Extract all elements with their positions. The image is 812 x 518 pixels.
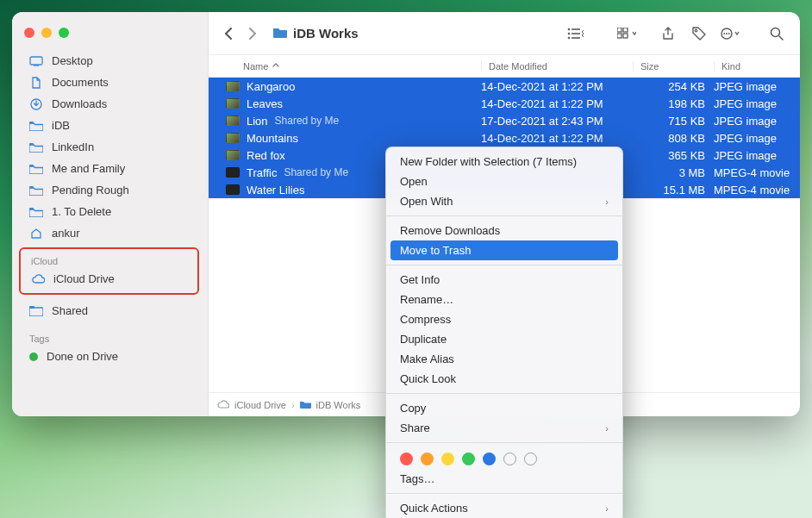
- column-date-modified[interactable]: Date Modified: [481, 61, 633, 72]
- ctx-share[interactable]: Share ›: [386, 418, 622, 438]
- column-size[interactable]: Size: [633, 61, 714, 72]
- ctx-tags[interactable]: Tags…: [386, 469, 622, 489]
- ctx-tag-swatch[interactable]: [441, 452, 454, 465]
- file-row[interactable]: Kangaroo 14-Dec-2021 at 1:22 PM 254 KB J…: [209, 78, 800, 95]
- home-icon: [29, 228, 43, 240]
- share-button[interactable]: [655, 27, 681, 41]
- folder-icon: [29, 206, 43, 218]
- svg-rect-15: [572, 37, 580, 39]
- ctx-new-folder-selection[interactable]: New Folder with Selection (7 Items): [386, 152, 622, 172]
- tags-button[interactable]: [686, 27, 712, 41]
- ctx-rename[interactable]: Rename…: [386, 290, 622, 309]
- svg-point-25: [771, 28, 780, 36]
- ctx-quick-actions[interactable]: Quick Actions ›: [386, 498, 622, 518]
- folder-icon: [300, 400, 311, 410]
- svg-point-12: [568, 32, 571, 34]
- file-row[interactable]: Mountains 14-Dec-2021 at 1:22 PM 808 KB …: [209, 129, 800, 147]
- ctx-move-to-trash[interactable]: Move to Trash: [390, 240, 618, 260]
- ctx-tag-swatch[interactable]: [400, 452, 413, 465]
- view-list-button[interactable]: [564, 28, 590, 40]
- cloud-icon: [217, 400, 229, 410]
- svg-rect-9: [29, 306, 34, 309]
- sidebar-item-idb[interactable]: iDB: [12, 115, 208, 136]
- ctx-tag-swatch[interactable]: [503, 452, 516, 465]
- sidebar-item-label: Done on Drive: [47, 350, 118, 363]
- file-kind: JPEG image: [714, 132, 800, 145]
- sidebar-item-me-and-family[interactable]: Me and Family: [12, 158, 208, 179]
- separator: [386, 442, 622, 443]
- path-root[interactable]: iCloud Drive: [234, 400, 286, 410]
- sidebar-item-label: Shared: [52, 304, 88, 317]
- toolbar: iDB Works: [209, 12, 800, 55]
- file-row[interactable]: Leaves 14-Dec-2021 at 1:22 PM 198 KB JPE…: [209, 95, 800, 112]
- sidebar-item-shared[interactable]: Shared: [12, 300, 208, 321]
- window-controls: [12, 19, 208, 50]
- sidebar-item-pending-rough[interactable]: Pending Rough: [12, 179, 208, 201]
- file-date: 14-Dec-2021 at 1:22 PM: [481, 132, 633, 145]
- sidebar-item-downloads[interactable]: Downloads: [12, 93, 208, 115]
- window-title: iDB Works: [272, 26, 359, 41]
- sort-ascending-icon: [272, 61, 280, 72]
- ctx-make-alias[interactable]: Make Alias: [386, 349, 622, 369]
- sidebar-item-1-to-delete[interactable]: 1. To Delete: [12, 201, 208, 222]
- sidebar-item-ankur[interactable]: ankur: [12, 222, 208, 244]
- ctx-tag-swatch[interactable]: [524, 452, 537, 465]
- sidebar-section-tags: Tags: [12, 328, 208, 346]
- sidebar-tag-done-on-drive[interactable]: Done on Drive: [12, 346, 208, 367]
- ctx-duplicate[interactable]: Duplicate: [386, 329, 622, 349]
- ctx-quick-look[interactable]: Quick Look: [386, 369, 622, 389]
- svg-point-14: [568, 36, 571, 39]
- svg-rect-18: [617, 34, 621, 38]
- sidebar-item-label: iCloud Drive: [53, 272, 115, 285]
- ctx-tag-swatch[interactable]: [462, 452, 475, 465]
- svg-rect-8: [29, 308, 43, 316]
- file-date: 14-Dec-2021 at 1:22 PM: [481, 80, 633, 93]
- minimize-button[interactable]: [41, 28, 52, 38]
- group-button[interactable]: [614, 28, 640, 40]
- svg-rect-1: [34, 65, 39, 66]
- shared-badge: Shared by Me: [284, 166, 348, 178]
- svg-point-10: [568, 28, 571, 30]
- ctx-remove-downloads[interactable]: Remove Downloads: [386, 221, 622, 240]
- svg-point-20: [695, 29, 697, 32]
- svg-rect-7: [29, 208, 34, 210]
- svg-rect-6: [29, 186, 34, 189]
- file-size: 3 MB: [633, 166, 714, 179]
- sidebar-item-linkedin[interactable]: LinkedIn: [12, 136, 208, 158]
- sidebar-item-desktop[interactable]: Desktop: [12, 50, 208, 72]
- separator: [386, 215, 622, 216]
- sidebar-item-icloud-drive[interactable]: iCloud Drive: [21, 268, 197, 290]
- actions-button[interactable]: [717, 27, 743, 41]
- close-button[interactable]: [24, 28, 34, 38]
- back-button[interactable]: [219, 24, 238, 43]
- ctx-get-info[interactable]: Get Info: [386, 270, 622, 290]
- folder-icon: [29, 184, 43, 197]
- svg-point-23: [723, 33, 725, 34]
- column-kind[interactable]: Kind: [714, 61, 800, 72]
- path-folder[interactable]: iDB Works: [316, 400, 361, 410]
- sidebar-item-label: LinkedIn: [52, 140, 94, 153]
- folder-icon: [272, 26, 288, 41]
- ctx-tag-swatch[interactable]: [421, 452, 434, 465]
- ctx-tag-swatch[interactable]: [483, 452, 496, 465]
- svg-rect-3: [29, 122, 34, 124]
- ctx-compress[interactable]: Compress: [386, 309, 622, 329]
- file-size: 15.1 MB: [633, 184, 714, 197]
- sidebar-item-documents[interactable]: Documents: [12, 72, 208, 93]
- sidebar-item-label: 1. To Delete: [52, 205, 111, 218]
- forward-button[interactable]: [243, 24, 262, 43]
- svg-point-22: [726, 33, 728, 34]
- search-button[interactable]: [764, 27, 790, 41]
- ctx-open[interactable]: Open: [386, 172, 622, 191]
- sidebar-item-label: iDB: [52, 119, 70, 132]
- chevron-right-icon: ›: [605, 503, 609, 514]
- column-name[interactable]: Name: [243, 61, 481, 72]
- ctx-copy[interactable]: Copy: [386, 398, 622, 418]
- ctx-open-with[interactable]: Open With ›: [386, 191, 622, 211]
- zoom-button[interactable]: [59, 28, 69, 38]
- chevron-right-icon: ›: [291, 400, 295, 410]
- file-name: Leaves: [247, 97, 481, 110]
- file-kind: JPEG image: [714, 115, 800, 128]
- file-row[interactable]: LionShared by Me 17-Dec-2021 at 2:43 PM …: [209, 112, 800, 129]
- file-thumbnail-icon: [226, 98, 240, 109]
